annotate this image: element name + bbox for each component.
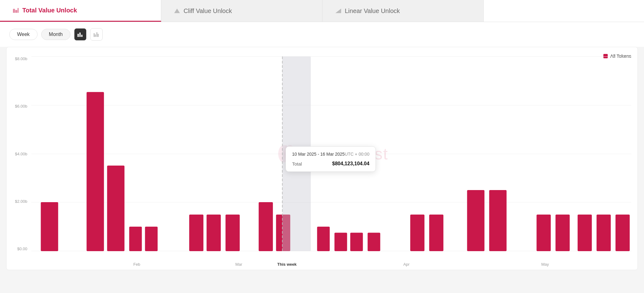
- svg-rect-1: [15, 10, 17, 13]
- cliff-unlock-icon: [174, 7, 180, 14]
- svg-rect-42: [578, 215, 592, 251]
- svg-rect-7: [81, 35, 82, 37]
- y-axis: $0.00 $2.00b $4.00b $6.00b $8.00b: [10, 56, 30, 251]
- svg-marker-4: [335, 9, 341, 13]
- y-label-3: $6.00b: [10, 104, 30, 109]
- y-label-0: $0.00: [10, 246, 30, 251]
- svg-rect-22: [107, 166, 124, 251]
- x-label-this-week: This week: [277, 262, 296, 267]
- grouped-chart-icon: [93, 31, 100, 38]
- svg-rect-10: [96, 32, 97, 37]
- y-label-1: $2.00b: [10, 199, 30, 204]
- svg-rect-39: [489, 190, 507, 251]
- x-label-feb: Feb: [133, 262, 140, 267]
- tab-cliff-value-unlock[interactable]: Cliff Value Unlock: [161, 0, 322, 22]
- svg-rect-25: [189, 215, 203, 251]
- svg-rect-40: [536, 215, 551, 251]
- tab-linear-label: Linear Value Unlock: [345, 7, 400, 15]
- svg-rect-43: [597, 215, 611, 251]
- x-label-apr: Apr: [403, 262, 410, 267]
- y-label-2: $4.00b: [10, 152, 30, 156]
- linear-unlock-icon: [335, 7, 342, 14]
- tab-cliff-label: Cliff Value Unlock: [184, 7, 232, 15]
- chart-tooltip: 10 Mar 2025 - 16 Mar 2025 UTC + 00:00 To…: [286, 146, 376, 172]
- tooltip-total-label: Total: [292, 161, 302, 166]
- svg-rect-33: [335, 233, 347, 251]
- svg-rect-21: [87, 92, 104, 251]
- bar-chart-button[interactable]: [74, 28, 87, 41]
- tooltip-timezone: UTC + 00:00: [345, 152, 370, 157]
- grouped-chart-button[interactable]: [90, 28, 103, 41]
- svg-rect-26: [207, 215, 221, 251]
- svg-rect-8: [94, 33, 95, 37]
- svg-rect-20: [41, 202, 58, 251]
- svg-rect-24: [145, 227, 158, 251]
- total-unlock-icon: [12, 7, 19, 14]
- week-button[interactable]: Week: [9, 29, 38, 40]
- svg-rect-5: [78, 34, 79, 37]
- tab-total-label: Total Value Unlock: [22, 7, 77, 14]
- svg-rect-36: [410, 215, 424, 251]
- svg-rect-6: [79, 33, 81, 37]
- svg-rect-9: [95, 34, 96, 37]
- svg-rect-11: [98, 34, 99, 37]
- svg-rect-35: [368, 233, 380, 251]
- x-label-may: May: [541, 262, 549, 267]
- svg-rect-0: [13, 9, 15, 13]
- tabs-row: Total Value Unlock Cliff Value Unlock Li…: [0, 0, 644, 22]
- chart-container: All Tokens $0.00 $2.00b $4.00b $6.00b $8…: [6, 47, 638, 270]
- svg-marker-3: [174, 9, 180, 13]
- x-label-mar: Mar: [235, 262, 242, 267]
- svg-rect-27: [225, 215, 240, 251]
- svg-rect-32: [317, 227, 330, 251]
- tooltip-date-range: 10 Mar 2025 - 16 Mar 2025: [292, 152, 345, 157]
- tab-total-value-unlock[interactable]: Total Value Unlock: [0, 0, 161, 22]
- tooltip-total-row: Total $804,123,104.04: [292, 161, 369, 166]
- tooltip-total-value: $804,123,104.04: [332, 161, 369, 166]
- controls-row: Week Month: [0, 22, 644, 47]
- svg-rect-28: [259, 202, 273, 251]
- svg-rect-23: [129, 227, 142, 251]
- tab-linear-value-unlock[interactable]: Linear Value Unlock: [322, 0, 484, 22]
- tooltip-header: 10 Mar 2025 - 16 Mar 2025 UTC + 00:00: [292, 152, 369, 157]
- svg-rect-37: [429, 215, 443, 251]
- y-label-4: $8.00b: [10, 56, 30, 61]
- chart-area: tokenomist: [31, 56, 631, 251]
- svg-rect-2: [18, 8, 19, 13]
- svg-rect-41: [556, 215, 570, 251]
- svg-rect-38: [467, 190, 484, 251]
- svg-rect-44: [615, 215, 630, 251]
- month-button[interactable]: Month: [41, 29, 70, 40]
- bar-chart-icon: [77, 31, 83, 38]
- svg-rect-34: [350, 233, 363, 251]
